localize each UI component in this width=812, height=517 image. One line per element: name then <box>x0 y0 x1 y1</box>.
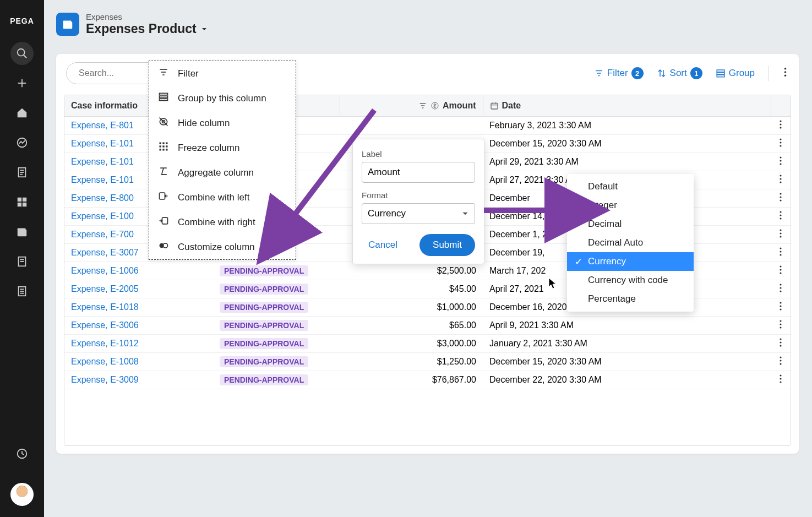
svg-point-54 <box>780 175 781 176</box>
app-icon <box>56 13 79 36</box>
row-more-button[interactable] <box>780 247 782 258</box>
format-option[interactable]: Default <box>567 177 694 196</box>
context-menu-item[interactable]: Customize column <box>149 235 296 259</box>
format-option[interactable]: Decimal <box>567 215 694 233</box>
svg-rect-98 <box>162 143 164 144</box>
grid-icon[interactable] <box>10 191 34 214</box>
svg-rect-95 <box>160 99 168 100</box>
case-link[interactable]: Expense, E-100 <box>71 211 134 221</box>
row-more-button[interactable] <box>780 156 782 167</box>
svg-point-83 <box>780 345 781 346</box>
svg-point-70 <box>780 269 781 270</box>
format-option[interactable]: Percentage <box>567 290 694 308</box>
toolbar-more-button[interactable] <box>782 65 789 82</box>
svg-point-84 <box>780 356 781 358</box>
case-link[interactable]: Expense, E-800 <box>71 193 134 203</box>
row-more-button[interactable] <box>780 284 782 295</box>
filter-icon <box>594 68 604 78</box>
doc2-icon[interactable] <box>10 250 34 273</box>
format-option[interactable]: Currency with code <box>567 271 694 290</box>
svg-point-61 <box>780 214 781 216</box>
case-link[interactable]: Expense, E-101 <box>71 139 134 148</box>
popup-label-input[interactable] <box>362 162 475 183</box>
row-more-button[interactable] <box>780 138 782 149</box>
cm-icon <box>158 91 169 105</box>
row-more-button[interactable] <box>780 211 782 222</box>
column-date[interactable]: Date <box>483 95 771 117</box>
case-link[interactable]: Expense, E-801 <box>71 121 134 130</box>
svg-point-77 <box>780 308 781 310</box>
row-more-button[interactable] <box>780 374 782 385</box>
context-menu-item[interactable]: Combine with left <box>149 185 296 210</box>
table-row: Expense, E-1008PENDING-APPROVAL$1,250.00… <box>64 353 791 371</box>
group-button[interactable]: Group <box>716 68 755 79</box>
svg-point-82 <box>780 341 781 343</box>
column-actions <box>771 95 791 117</box>
case-link[interactable]: Expense, E-101 <box>71 157 134 166</box>
context-menu-item[interactable]: Aggregate column <box>149 160 296 185</box>
avatar[interactable] <box>10 483 34 506</box>
svg-point-66 <box>780 247 781 249</box>
column-amount[interactable]: Amount <box>340 95 483 117</box>
search-icon[interactable] <box>10 42 34 65</box>
doc3-icon[interactable] <box>10 280 34 303</box>
svg-point-33 <box>784 74 787 77</box>
svg-rect-11 <box>18 203 21 206</box>
case-link[interactable]: Expense, E-3007 <box>71 248 139 257</box>
row-more-button[interactable] <box>780 229 782 240</box>
context-menu-item[interactable]: Freeze column <box>149 135 296 160</box>
case-link[interactable]: Expense, E-1006 <box>71 266 139 275</box>
svg-rect-29 <box>717 73 724 75</box>
case-link[interactable]: Expense, E-3006 <box>71 320 139 330</box>
row-more-button[interactable] <box>780 338 782 349</box>
svg-point-76 <box>780 305 781 307</box>
popup-format-select[interactable]: Currency <box>362 203 475 224</box>
doc1-icon[interactable] <box>10 161 34 184</box>
row-more-button[interactable] <box>780 320 782 331</box>
svg-point-73 <box>780 287 781 289</box>
case-link[interactable]: Expense, E-1018 <box>71 302 139 312</box>
svg-point-46 <box>780 123 781 125</box>
svg-point-79 <box>780 323 781 325</box>
format-option[interactable]: Decimal Auto <box>567 233 694 252</box>
row-more-button[interactable] <box>780 193 782 204</box>
amount-cell <box>340 117 483 135</box>
filter-button[interactable]: Filter 2 <box>594 67 644 79</box>
case-link[interactable]: Expense, E-1012 <box>71 339 139 348</box>
home-icon[interactable] <box>10 101 34 124</box>
submit-button[interactable]: Submit <box>419 234 475 256</box>
date-cell: December 15, 2020 3:30 AM <box>483 135 771 153</box>
row-more-button[interactable] <box>780 120 782 131</box>
clock-icon[interactable] <box>10 442 34 465</box>
row-more-button[interactable] <box>780 302 782 313</box>
row-more-button[interactable] <box>780 356 782 367</box>
row-more-button[interactable] <box>780 175 782 186</box>
wallet-icon[interactable] <box>10 220 34 243</box>
svg-point-58 <box>780 196 781 198</box>
format-option[interactable]: Integer <box>567 196 694 215</box>
case-link[interactable]: Expense, E-700 <box>71 230 134 239</box>
format-option[interactable]: Currency <box>567 252 694 271</box>
plus-icon[interactable] <box>10 72 34 95</box>
case-link[interactable]: Expense, E-2005 <box>71 284 139 293</box>
status-badge: PENDING-APPROVAL <box>220 284 308 295</box>
status-badge: PENDING-APPROVAL <box>220 265 308 276</box>
case-link[interactable]: Expense, E-3009 <box>71 375 139 384</box>
svg-rect-94 <box>160 96 168 97</box>
cm-label: Freeze column <box>178 143 239 154</box>
context-menu-item[interactable]: Filter <box>149 61 296 86</box>
context-menu-item[interactable]: Group by this column <box>149 86 296 111</box>
svg-point-50 <box>780 145 781 146</box>
sort-button[interactable]: Sort 1 <box>657 67 702 79</box>
header-title-dropdown[interactable]: Expenses Product <box>86 21 208 36</box>
svg-point-75 <box>780 302 781 303</box>
cancel-button[interactable]: Cancel <box>362 235 404 255</box>
case-link[interactable]: Expense, E-101 <box>71 175 134 184</box>
svg-point-71 <box>780 272 781 274</box>
row-more-button[interactable] <box>780 265 782 276</box>
context-menu-item[interactable]: Hide column <box>149 111 296 135</box>
cm-label: Group by this column <box>178 93 266 104</box>
chart-icon[interactable] <box>10 131 34 154</box>
case-link[interactable]: Expense, E-1008 <box>71 357 139 366</box>
context-menu-item[interactable]: Combine with right <box>149 210 296 235</box>
